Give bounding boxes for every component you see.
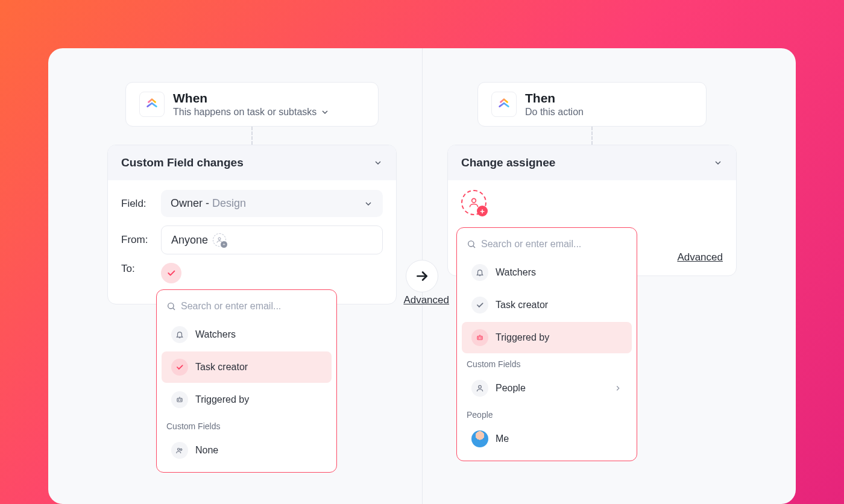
chevron-down-icon — [713, 158, 723, 168]
trigger-name: Custom Field changes — [121, 156, 244, 169]
clickup-logo — [491, 92, 517, 117]
search-icon — [166, 301, 176, 311]
svg-point-10 — [479, 338, 479, 338]
trigger-selector[interactable]: Custom Field changes — [108, 145, 396, 180]
svg-point-6 — [180, 449, 182, 450]
from-value: Anyone — [171, 234, 208, 247]
svg-point-7 — [472, 198, 476, 203]
when-title: When — [173, 91, 330, 106]
arrow-badge — [406, 260, 438, 292]
plus-icon: + — [477, 206, 488, 216]
to-label: To: — [121, 263, 155, 275]
check-icon — [171, 359, 188, 376]
clickup-logo — [139, 92, 165, 117]
bell-icon — [171, 326, 188, 343]
dropdown-item-triggered-by[interactable]: Triggered by — [462, 322, 632, 353]
when-panel: Custom Field changes Field: Owner - Desi… — [107, 145, 397, 304]
add-person-icon: + — [213, 233, 226, 247]
then-title: Then — [525, 91, 584, 106]
search-input[interactable] — [481, 239, 627, 250]
robot-icon — [471, 329, 488, 346]
dropdown-item-watchers[interactable]: Watchers — [462, 257, 632, 288]
action-name: Change assignee — [461, 156, 555, 169]
when-subtitle: This happens on task or subtasks — [173, 107, 316, 118]
then-column: Then Do this action Change assignee + Ad… — [422, 82, 762, 504]
from-label: From: — [121, 234, 155, 246]
dropdown-item-people-field[interactable]: People — [462, 373, 632, 404]
svg-point-4 — [180, 400, 181, 400]
then-header-card[interactable]: Then Do this action — [477, 82, 707, 127]
field-label: Field: — [121, 198, 155, 210]
dropdown-item-watchers[interactable]: Watchers — [162, 319, 332, 350]
dropdown-section-custom-fields: Custom Fields — [457, 354, 637, 371]
search-icon — [467, 239, 476, 249]
chevron-down-icon — [373, 158, 383, 168]
dropdown-section-people: People — [457, 405, 637, 422]
dropdown-item-task-creator[interactable]: Task creator — [162, 351, 332, 383]
dropdown-search[interactable] — [157, 295, 336, 318]
dropdown-item-me[interactable]: Me — [462, 423, 632, 455]
then-panel: Change assignee + Advanced — [447, 145, 737, 276]
add-assignee-button[interactable]: + — [461, 190, 487, 215]
chevron-right-icon — [614, 384, 622, 392]
connector-line — [591, 127, 593, 145]
svg-point-1 — [168, 303, 174, 309]
to-selected-chip[interactable] — [161, 263, 181, 283]
svg-point-8 — [468, 241, 474, 247]
person-icon — [471, 380, 488, 397]
dropdown-item-none[interactable]: None — [162, 435, 332, 466]
field-selector[interactable]: Owner - Design — [161, 190, 383, 217]
dropdown-item-triggered-by[interactable]: Triggered by — [162, 384, 332, 415]
svg-point-0 — [218, 238, 221, 240]
dropdown-item-task-creator[interactable]: Task creator — [462, 289, 632, 321]
robot-icon — [171, 391, 188, 408]
bell-icon — [471, 264, 488, 281]
check-icon — [471, 297, 488, 313]
dropdown-section-custom-fields: Custom Fields — [157, 417, 336, 433]
svg-point-5 — [178, 449, 180, 451]
avatar — [471, 430, 488, 447]
assignee-dropdown: Watchers Task creator Triggered by Custo… — [456, 227, 637, 461]
when-header-card[interactable]: When This happens on task or subtasks — [125, 82, 379, 127]
chevron-down-icon[interactable] — [320, 107, 330, 117]
from-selector[interactable]: Anyone + — [161, 225, 383, 254]
people-icon — [171, 442, 188, 459]
action-selector[interactable]: Change assignee — [448, 145, 736, 180]
svg-point-3 — [178, 400, 179, 400]
connector-line — [251, 127, 253, 145]
svg-point-12 — [479, 385, 482, 388]
chevron-down-icon — [364, 199, 373, 209]
to-dropdown: Watchers Task creator Triggered by Custo… — [156, 289, 337, 473]
svg-point-11 — [480, 338, 481, 338]
when-column: When This happens on task or subtasks Cu… — [82, 82, 422, 504]
search-input[interactable] — [181, 301, 327, 312]
then-subtitle: Do this action — [525, 107, 584, 118]
advanced-link[interactable]: Advanced — [677, 251, 723, 263]
dropdown-search[interactable] — [457, 233, 637, 256]
automation-canvas: When This happens on task or subtasks Cu… — [48, 48, 796, 504]
